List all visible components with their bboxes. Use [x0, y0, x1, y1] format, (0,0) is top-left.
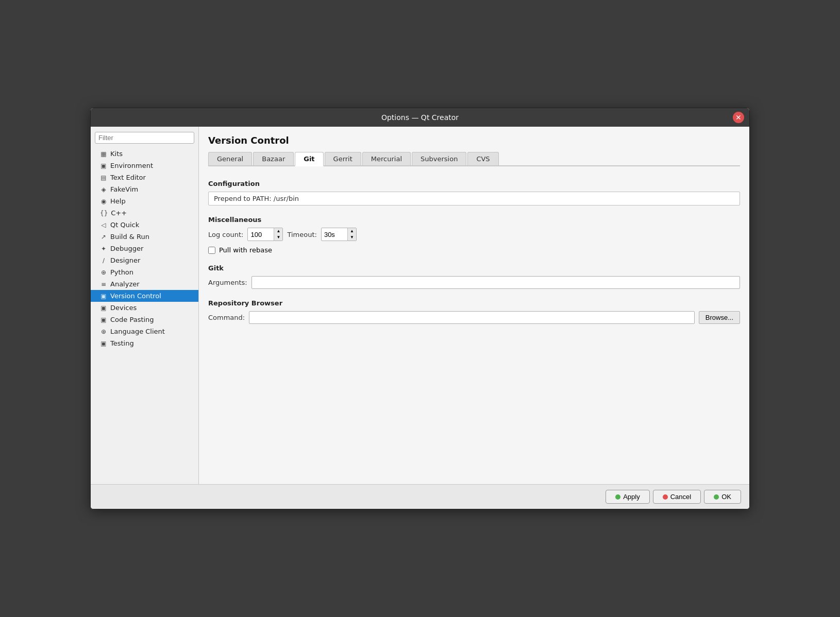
- version-control-icon: ▣: [100, 293, 107, 300]
- gitk-section-label: Gitk: [208, 264, 740, 272]
- repo-browser-section-label: Repository Browser: [208, 299, 740, 307]
- filter-input[interactable]: [95, 132, 194, 144]
- apply-button[interactable]: Apply: [606, 490, 650, 504]
- sidebar-item-environment[interactable]: ▣ Environment: [91, 160, 198, 172]
- tab-cvs[interactable]: CVS: [467, 152, 498, 165]
- sidebar-item-build-run[interactable]: ↗ Build & Run: [91, 231, 198, 243]
- sidebar-item-label: Analyzer: [110, 280, 140, 288]
- browse-button[interactable]: Browse...: [699, 311, 740, 324]
- command-label: Command:: [208, 314, 245, 321]
- ok-label: OK: [721, 493, 731, 501]
- log-count-down-button[interactable]: ▼: [274, 234, 282, 241]
- sidebar-item-label: Python: [110, 268, 133, 276]
- cancel-button[interactable]: Cancel: [653, 490, 701, 504]
- arguments-input[interactable]: [251, 276, 740, 289]
- sidebar: ▦ Kits ▣ Environment ▤ Text Editor ◈ Fak…: [91, 127, 199, 484]
- sidebar-item-label: Build & Run: [110, 233, 149, 241]
- cancel-dot-icon: [663, 494, 668, 500]
- debugger-icon: ✦: [100, 245, 107, 252]
- python-icon: ⊕: [100, 269, 107, 276]
- environment-icon: ▣: [100, 162, 107, 169]
- sidebar-item-devices[interactable]: ▣ Devices: [91, 302, 198, 314]
- pull-rebase-row: Pull with rebase: [208, 246, 740, 254]
- sidebar-item-testing[interactable]: ▣ Testing: [91, 337, 198, 349]
- prepend-label: Prepend to PATH:: [214, 195, 272, 202]
- window-title: Options — Qt Creator: [381, 113, 459, 122]
- sidebar-item-text-editor[interactable]: ▤ Text Editor: [91, 172, 198, 183]
- pull-rebase-checkbox[interactable]: [208, 247, 215, 254]
- log-count-up-button[interactable]: ▲: [274, 228, 282, 234]
- sidebar-item-label: Environment: [110, 162, 153, 169]
- sidebar-item-designer[interactable]: ∕ Designer: [91, 254, 198, 266]
- command-row: Command: Browse...: [208, 311, 740, 324]
- tab-bar: General Bazaar Git Gerrit Mercurial Subv…: [208, 152, 740, 166]
- main-window: Options — Qt Creator ✕ ▦ Kits ▣ Environm…: [90, 108, 750, 509]
- configuration-section-label: Configuration: [208, 180, 740, 187]
- tab-git[interactable]: Git: [295, 152, 323, 166]
- text-editor-icon: ▤: [100, 174, 107, 181]
- apply-label: Apply: [623, 493, 640, 501]
- sidebar-item-label: Text Editor: [110, 174, 146, 181]
- arguments-row: Arguments:: [208, 276, 740, 289]
- tab-bazaar[interactable]: Bazaar: [253, 152, 294, 165]
- log-count-input[interactable]: [248, 229, 274, 240]
- body: ▦ Kits ▣ Environment ▤ Text Editor ◈ Fak…: [91, 127, 749, 484]
- cpp-icon: {}: [100, 210, 108, 217]
- main-content: Version Control General Bazaar Git Gerri…: [199, 127, 749, 484]
- footer: Apply Cancel OK: [91, 484, 749, 509]
- close-button[interactable]: ✕: [733, 112, 744, 123]
- help-icon: ◉: [100, 198, 107, 205]
- sidebar-item-label: Version Control: [110, 292, 161, 300]
- sidebar-item-version-control[interactable]: ▣ Version Control: [91, 290, 198, 302]
- cancel-label: Cancel: [670, 493, 691, 501]
- log-count-label: Log count:: [208, 231, 243, 238]
- sidebar-item-label: Debugger: [110, 245, 143, 252]
- sidebar-item-cpp[interactable]: {} C++: [91, 207, 198, 219]
- timeout-down-button[interactable]: ▼: [348, 234, 356, 241]
- timeout-spinbox[interactable]: ▲ ▼: [321, 228, 357, 241]
- prepend-to-path-row: Prepend to PATH: /usr/bin: [208, 192, 740, 205]
- log-count-spinbox[interactable]: ▲ ▼: [247, 228, 283, 241]
- sidebar-item-analyzer[interactable]: ≡ Analyzer: [91, 278, 198, 290]
- sidebar-item-kits[interactable]: ▦ Kits: [91, 148, 198, 160]
- tab-mercurial[interactable]: Mercurial: [362, 152, 411, 165]
- kits-icon: ▦: [100, 150, 107, 158]
- sidebar-item-label: Devices: [110, 304, 137, 312]
- ok-dot-icon: [714, 494, 719, 500]
- sidebar-item-label: Kits: [110, 150, 123, 158]
- sidebar-item-label: Help: [110, 197, 126, 205]
- fakevim-icon: ◈: [100, 186, 107, 193]
- sidebar-item-qt-quick[interactable]: ◁ Qt Quick: [91, 219, 198, 231]
- code-pasting-icon: ▣: [100, 316, 107, 323]
- sidebar-item-fakevim[interactable]: ◈ FakeVim: [91, 183, 198, 195]
- testing-icon: ▣: [100, 340, 107, 347]
- tab-general[interactable]: General: [208, 152, 252, 165]
- sidebar-item-code-pasting[interactable]: ▣ Code Pasting: [91, 314, 198, 325]
- tab-gerrit[interactable]: Gerrit: [325, 152, 361, 165]
- sidebar-item-python[interactable]: ⊕ Python: [91, 266, 198, 278]
- sidebar-item-label: Code Pasting: [110, 316, 154, 323]
- timeout-spinner-buttons: ▲ ▼: [347, 228, 356, 241]
- sidebar-item-label: Testing: [110, 339, 134, 347]
- sidebar-item-language-client[interactable]: ⊕ Language Client: [91, 325, 198, 337]
- devices-icon: ▣: [100, 304, 107, 312]
- titlebar: Options — Qt Creator ✕: [91, 108, 749, 127]
- ok-button[interactable]: OK: [704, 490, 741, 504]
- qt-quick-icon: ◁: [100, 221, 107, 229]
- pull-rebase-label: Pull with rebase: [219, 246, 272, 254]
- arguments-label: Arguments:: [208, 279, 247, 286]
- sidebar-item-help[interactable]: ◉ Help: [91, 195, 198, 207]
- timeout-input[interactable]: [322, 229, 347, 240]
- command-input[interactable]: [249, 311, 695, 324]
- log-count-row: Log count: ▲ ▼ Timeout: ▲ ▼: [208, 228, 740, 241]
- analyzer-icon: ≡: [100, 281, 107, 288]
- apply-dot-icon: [615, 494, 620, 500]
- page-title: Version Control: [208, 135, 740, 146]
- prepend-value: /usr/bin: [274, 195, 299, 202]
- sidebar-item-label: C++: [111, 209, 127, 217]
- log-count-spinner-buttons: ▲ ▼: [274, 228, 282, 241]
- timeout-up-button[interactable]: ▲: [348, 228, 356, 234]
- language-client-icon: ⊕: [100, 328, 107, 335]
- tab-subversion[interactable]: Subversion: [412, 152, 466, 165]
- sidebar-item-debugger[interactable]: ✦ Debugger: [91, 243, 198, 254]
